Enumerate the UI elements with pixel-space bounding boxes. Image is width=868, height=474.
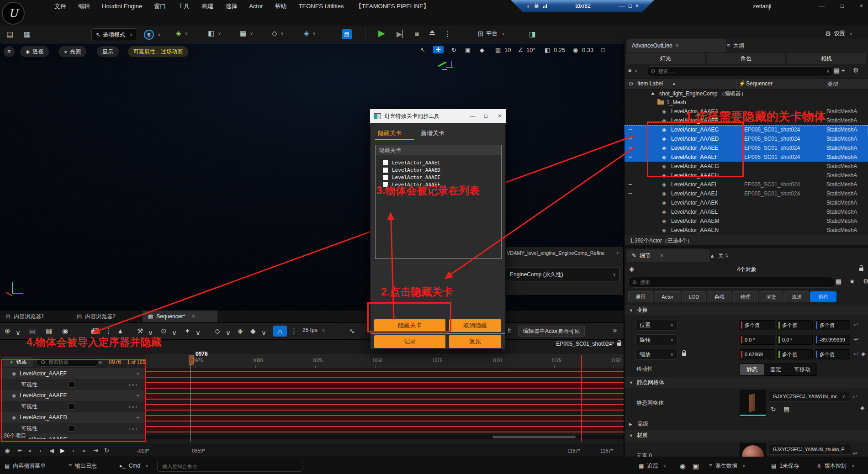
scale-snap-value[interactable]: 0.25	[554, 47, 565, 53]
close-icon[interactable]: ×	[660, 253, 663, 259]
tab-content-browser-1[interactable]: ▤内容浏览器1	[0, 311, 79, 322]
grid-snap-value[interactable]: 10	[504, 47, 511, 53]
tab-outliner[interactable]: ≡大纲	[722, 39, 779, 52]
unhide-button[interactable]: 取消隐藏	[449, 319, 501, 332]
step-back-icon[interactable]: ◀	[49, 447, 54, 454]
scalability-badge[interactable]: 可延展性：过场动画	[128, 46, 188, 57]
outliner-row-folder[interactable]: 1_Mesh	[625, 98, 868, 107]
column-item-label[interactable]: Item Label	[637, 80, 663, 87]
eye-closed-icon[interactable]: ⌣	[628, 153, 632, 160]
restore-button[interactable]: 复原	[449, 335, 501, 348]
play-options-menu[interactable]: ⋮	[444, 29, 451, 39]
mesh-add-icon[interactable]: ◈	[860, 405, 864, 411]
step-frame-button[interactable]: ▶▏	[397, 29, 408, 39]
use-selected-icon[interactable]: ↻	[771, 406, 776, 413]
hidden-level-list[interactable]: 隐藏关卡 LevelActor_AAAEC LevelActor_AAAED L…	[375, 145, 502, 259]
insights-icon[interactable]: ◉	[680, 462, 686, 470]
blueprint-editor-button[interactable]: ▤	[342, 29, 352, 39]
viewport-perspective-menu[interactable]: ◈透视	[20, 46, 49, 57]
sequencer-ruler[interactable]: 0975 1000 1025 1050 1075 1100 1125 1150	[145, 354, 624, 369]
window-close-button[interactable]: ×	[860, 3, 863, 9]
rotation-snap-value[interactable]: 10°	[526, 47, 535, 53]
range-start-value[interactable]: -013*	[137, 448, 149, 453]
location-x-field[interactable]: 多个值	[740, 320, 775, 330]
range-end-value[interactable]: 1157*	[600, 448, 613, 453]
scale-snap-icon[interactable]: ◧	[545, 47, 550, 53]
column-sequencer[interactable]: Sequencer	[746, 80, 773, 87]
outliner-search[interactable]: ⊙ ∨	[646, 66, 834, 76]
menu-build[interactable]: 构建	[196, 0, 219, 13]
maximize-viewport-icon[interactable]: □	[601, 47, 605, 53]
rotation-type-dropdown[interactable]: 旋转∨	[635, 334, 677, 345]
mesh-thumbnail[interactable]	[740, 390, 766, 416]
expand-toolbar-icon[interactable]: »	[613, 326, 617, 334]
rotation-z-field[interactable]: -89.999999	[815, 335, 850, 345]
camera-icon[interactable]: ◉	[62, 327, 68, 335]
remote-minimize-button[interactable]: —	[619, 3, 625, 9]
platform-dropdown[interactable]: ⊞ 平台 ∨	[478, 30, 505, 37]
menu-houdini-engine[interactable]: Houdini Engine	[96, 0, 148, 13]
static-mesh-dropdown[interactable]: GJXYCZSFCJ_YAIWUN_mc∨	[769, 391, 849, 402]
range-in-value[interactable]: 0959*	[192, 448, 205, 453]
wrench-icon[interactable]: ⚒	[137, 327, 143, 335]
grid-snap-icon[interactable]: ▦	[495, 47, 501, 53]
section-band[interactable]	[145, 382, 624, 389]
outliner-row[interactable]: ◈ LevelActor_AAAEM StaticMeshA	[625, 216, 868, 226]
window-restore-button[interactable]: □	[841, 3, 844, 9]
material-thumbnail[interactable]	[740, 443, 766, 457]
console-command-input[interactable]	[161, 463, 298, 469]
rotation-snap-icon[interactable]: ∠	[518, 47, 524, 53]
jump-back-icon[interactable]: «	[28, 447, 32, 454]
reset-icon[interactable]: ↩	[854, 336, 858, 342]
source-control-button[interactable]: ⋔版本控制∨	[817, 457, 855, 474]
section-band[interactable]	[145, 426, 624, 432]
keyframe-options-icon[interactable]: ◇	[215, 327, 220, 335]
playback-options-icon[interactable]: ✦	[185, 327, 191, 335]
lock-icon[interactable]	[859, 268, 863, 271]
outliner-row[interactable]: ⌣ ◈ LevelActor_AAAEI EP005_SC01_shot024 …	[625, 180, 868, 189]
eye-closed-icon[interactable]: ⌣	[628, 190, 632, 197]
details-search-input[interactable]	[639, 279, 831, 285]
panel-splitter[interactable]	[625, 245, 868, 248]
select-mode-dropdown[interactable]: ↖ 选项模式 ∨	[91, 28, 137, 41]
dialog-close-button[interactable]: ×	[498, 113, 501, 119]
screenshot-icon[interactable]: ▣	[693, 462, 699, 470]
snap-magnet-button[interactable]: ∩	[273, 326, 287, 337]
dialog-tab-new-level[interactable]: 新增关卡	[421, 129, 445, 137]
curve-editor-icon[interactable]: ∿	[349, 327, 355, 335]
viewport-lit-menu[interactable]: ●光照	[58, 46, 86, 57]
scale-lock-icon[interactable]	[682, 353, 686, 356]
pin-icon[interactable]: +	[526, 3, 530, 10]
dialog-minimize-button[interactable]: —	[470, 113, 475, 119]
section-advanced[interactable]: ▶ 高级	[629, 420, 648, 428]
menu-teamones-pipeline[interactable]: 【TEAMONES PIPELINE】	[350, 0, 435, 13]
sequencer-timeline[interactable]	[145, 368, 624, 439]
eject-button[interactable]	[429, 30, 435, 35]
viewport-options-menu[interactable]: ≡	[4, 46, 15, 57]
cmd-dropdown[interactable]: ▸_Cmd∨	[120, 457, 148, 474]
play-button[interactable]: ▶	[378, 28, 385, 38]
chip-lod[interactable]: LOD	[682, 291, 706, 302]
eye-column-icon[interactable]: ⊙	[629, 80, 633, 87]
chip-rendering[interactable]: 渲染	[759, 291, 783, 302]
outliner-filter-menu[interactable]: ≡ ∨	[628, 67, 638, 74]
mobility-movable[interactable]: 可移动	[788, 364, 817, 375]
outliner-settings-icon[interactable]: ⚙	[853, 67, 859, 74]
scale-tool-icon[interactable]: ▣	[465, 47, 471, 53]
console-input[interactable]	[157, 461, 302, 472]
record-button[interactable]: 记录	[374, 335, 445, 348]
remote-restore-button[interactable]: □	[629, 3, 632, 9]
add-folder-icon[interactable]: ▤＋	[834, 67, 846, 75]
select-tool-icon[interactable]: ↖	[420, 47, 425, 53]
close-icon[interactable]: ×	[192, 313, 195, 320]
chip-misc[interactable]: 杂项	[707, 291, 732, 302]
content-drawer-button[interactable]: ▤内容侧滑菜单	[5, 457, 46, 474]
scale-x-field[interactable]: 0.62869	[740, 349, 775, 359]
prev-key-icon[interactable]: ‹	[39, 447, 41, 454]
scrollbar-thumb[interactable]	[492, 436, 576, 438]
derived-data-dropdown[interactable]: ≡派生数据∨	[709, 457, 746, 474]
jump-forward-icon[interactable]: »	[82, 447, 85, 454]
output-log-button[interactable]: ≡输出日志	[69, 457, 97, 474]
tab-levels[interactable]: ▲关卡	[705, 249, 760, 262]
edit-key-icon[interactable]: ◆	[250, 327, 256, 335]
